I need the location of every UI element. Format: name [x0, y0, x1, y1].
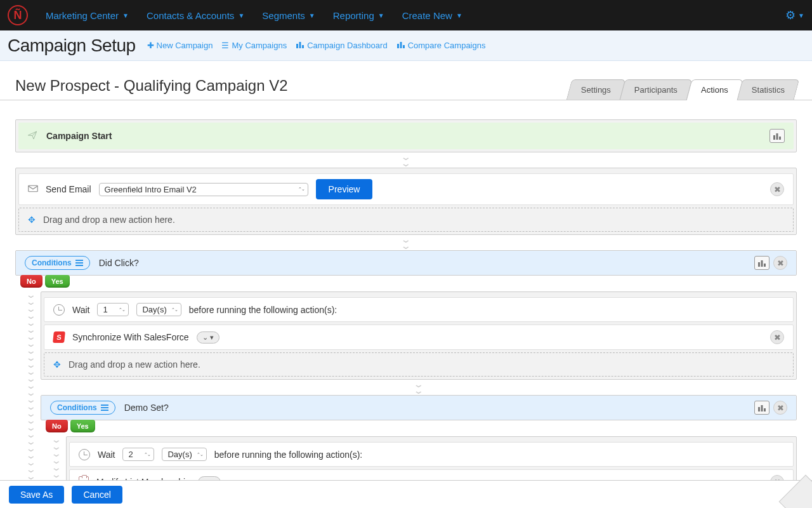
svg-rect-5	[403, 45, 405, 48]
svg-rect-12	[764, 264, 766, 267]
app-logo[interactable]: Ñ	[8, 5, 28, 25]
top-nav: Ñ Marketing Center▼ Contacts & Accounts▼…	[0, 0, 812, 30]
svg-rect-1	[299, 42, 301, 48]
svg-rect-9	[29, 185, 37, 192]
svg-rect-7	[776, 133, 778, 140]
svg-rect-8	[779, 137, 781, 140]
nav-reporting[interactable]: Reporting▼	[333, 10, 384, 21]
wait-row: Wait 2 Day(s) before running the followi…	[69, 442, 794, 467]
wait-label: Wait	[98, 450, 115, 460]
stats-icon[interactable]	[754, 256, 769, 270]
salesforce-icon: S	[53, 331, 65, 343]
drop-icon: ✥	[28, 215, 36, 225]
clock-icon	[79, 449, 90, 460]
conditions-button[interactable]: Conditions	[50, 401, 115, 415]
workflow-canvas: Campaign Start ⌄⌄ Send Email Greenfield …	[0, 100, 812, 502]
nav-contacts[interactable]: Contacts & Accounts▼	[147, 10, 244, 21]
svg-rect-3	[397, 44, 399, 48]
start-block: Campaign Start	[15, 119, 797, 152]
flow-arrow: ⌄⌄	[15, 152, 797, 168]
settings-gear[interactable]: ⚙▼	[785, 8, 804, 22]
list-icon	[101, 404, 108, 411]
delete-action-button[interactable]: ✖	[770, 182, 784, 196]
list-icon: ☰	[221, 41, 229, 50]
flow-arrow-side: ⌄⌄⌄⌄⌄⌄⌄⌄⌄⌄⌄⌄⌄⌄⌄⌄⌄⌄⌄⌄⌄⌄⌄⌄⌄⌄⌄⌄⌄⌄	[27, 291, 36, 502]
link-my-campaigns[interactable]: ☰My Campaigns	[221, 41, 287, 50]
branch-tabs: No Yes	[46, 420, 797, 432]
svg-rect-4	[400, 42, 402, 48]
stats-icon[interactable]	[754, 401, 769, 415]
wait-unit-select[interactable]: Day(s)	[162, 448, 206, 461]
conditions-button[interactable]: Conditions	[25, 256, 90, 270]
campaign-name: New Prospect - Qualifying Campaign V2	[15, 77, 570, 100]
send-email-row: Send Email Greenfield Intro Email V2 Pre…	[18, 173, 794, 205]
link-campaign-dashboard[interactable]: Campaign Dashboard	[296, 41, 387, 50]
actions-block-2: Wait 1 Day(s) before running the followi…	[41, 291, 797, 380]
chart-icon	[296, 41, 304, 50]
chevron-down-icon: ▼	[798, 12, 804, 19]
subheader: Campaign Setup ✚New Campaign ☰My Campaig…	[0, 30, 812, 61]
flow-arrow: ⌄⌄	[41, 380, 797, 395]
condition-block-1: Conditions Did Click? ✖	[15, 250, 797, 276]
drop-zone[interactable]: ✥ Drag and drop a new action here.	[18, 208, 794, 232]
tab-participants[interactable]: Participants	[620, 79, 692, 100]
tab-statistics[interactable]: Statistics	[737, 79, 800, 100]
paper-plane-icon	[27, 130, 37, 142]
mail-icon	[28, 184, 38, 194]
wait-row: Wait 1 Day(s) before running the followi…	[44, 297, 794, 322]
campaign-start-bar: Campaign Start	[18, 123, 794, 149]
heading-row: New Prospect - Qualifying Campaign V2 Se…	[0, 61, 812, 100]
branch-yes[interactable]: Yes	[45, 275, 70, 288]
nav-segments[interactable]: Segments▼	[262, 10, 315, 21]
delete-action-button[interactable]: ✖	[770, 330, 784, 344]
branch-yes[interactable]: Yes	[70, 420, 95, 432]
plus-icon: ✚	[147, 41, 154, 50]
chevron-down-icon: ▼	[456, 12, 462, 19]
email-template-select[interactable]: Greenfield Intro Email V2	[99, 183, 308, 196]
chevron-down-icon: ▼	[378, 12, 384, 19]
delete-condition-button[interactable]: ✖	[773, 401, 787, 415]
chevron-down-icon: ▼	[309, 12, 315, 19]
svg-rect-2	[302, 45, 304, 48]
tabs: Settings Participants Actions Statistics	[570, 79, 797, 100]
svg-rect-15	[764, 408, 766, 411]
save-as-button[interactable]: Save As	[9, 486, 64, 504]
footer-bar: Save As Cancel	[0, 480, 812, 508]
chart-icon	[396, 41, 405, 50]
nav-marketing-center[interactable]: Marketing Center▼	[46, 10, 129, 21]
wait-unit-select[interactable]: Day(s)	[136, 303, 181, 316]
wait-label: Wait	[72, 305, 89, 315]
wait-value-select[interactable]: 2	[122, 448, 154, 461]
nav-create-new[interactable]: Create New▼	[402, 10, 462, 21]
branch-no[interactable]: No	[20, 275, 43, 288]
svg-rect-6	[773, 135, 775, 140]
drop-zone[interactable]: ✥ Drag and drop a new action here.	[44, 352, 794, 377]
actions-block-1: Send Email Greenfield Intro Email V2 Pre…	[15, 168, 797, 235]
stats-icon[interactable]	[769, 129, 785, 143]
wait-value-select[interactable]: 1	[97, 303, 129, 316]
wait-suffix: before running the following action(s):	[189, 305, 337, 315]
chevron-down-icon: ▼	[238, 12, 244, 19]
cancel-button[interactable]: Cancel	[72, 486, 122, 504]
svg-rect-0	[296, 44, 298, 48]
svg-rect-10	[758, 262, 760, 267]
link-compare-campaigns[interactable]: Compare Campaigns	[396, 41, 486, 50]
drop-icon: ✥	[53, 359, 61, 370]
condition-label: Demo Set?	[124, 403, 169, 413]
svg-rect-14	[761, 405, 763, 411]
preview-button[interactable]: Preview	[316, 179, 373, 199]
delete-condition-button[interactable]: ✖	[773, 256, 787, 270]
svg-rect-13	[758, 407, 760, 411]
list-icon	[75, 260, 83, 266]
sync-label: Synchronize With SalesForce	[72, 332, 189, 342]
tab-actions[interactable]: Actions	[686, 79, 743, 100]
tab-settings[interactable]: Settings	[566, 79, 626, 100]
branch-no[interactable]: No	[46, 420, 68, 432]
page-title: Campaign Setup	[8, 36, 136, 56]
chevron-down-icon: ▼	[122, 12, 129, 19]
options-dropdown[interactable]: ⌄ ▾	[197, 331, 219, 344]
link-new-campaign[interactable]: ✚New Campaign	[147, 41, 213, 50]
drop-hint: Drag and drop a new action here.	[69, 359, 200, 370]
send-email-label: Send Email	[46, 184, 91, 194]
wait-suffix: before running the following action(s):	[214, 450, 362, 460]
